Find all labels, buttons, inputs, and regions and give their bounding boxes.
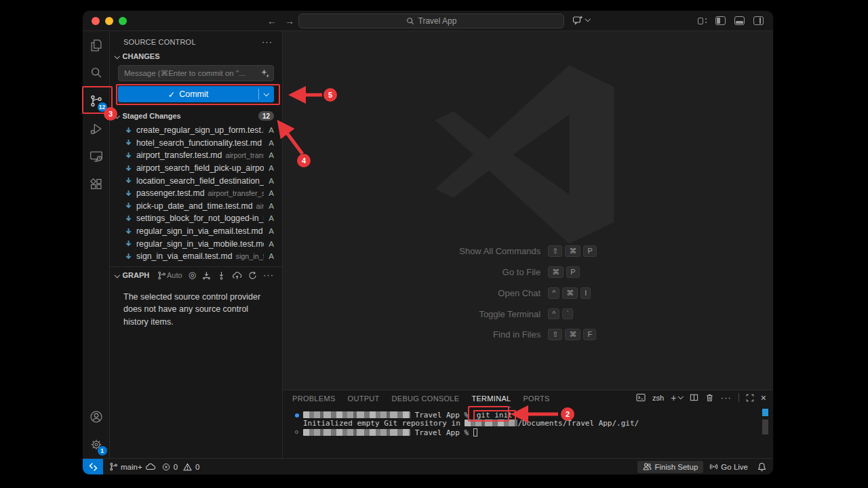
target-icon[interactable]: ◎ <box>189 272 196 279</box>
fetch-icon[interactable] <box>202 271 211 280</box>
file-text: location_search_field_destination_l... <box>136 176 264 186</box>
branch-status-item[interactable]: main+ <box>106 462 159 471</box>
panel-tab-problems[interactable]: PROBLEMS <box>292 390 336 407</box>
file-name: passenger.test.md <box>136 188 204 198</box>
notifications-bell-button[interactable] <box>754 462 768 472</box>
more-actions-icon[interactable]: ··· <box>721 395 732 401</box>
generate-commit-sparkle-icon[interactable] <box>260 68 270 78</box>
search-view-icon[interactable] <box>83 59 110 87</box>
commit-message-input[interactable] <box>118 65 274 81</box>
terminal-content[interactable]: Travel App % git init Initialized empty … <box>303 411 755 436</box>
shortcut-label: Find in Files <box>459 329 540 340</box>
annotation-badge-2: 2 <box>561 407 574 421</box>
finish-setup-button[interactable]: Finish Setup <box>637 461 703 473</box>
staged-changes-header[interactable]: Staged Changes 12 <box>110 108 282 123</box>
finish-setup-label: Finish Setup <box>654 463 698 471</box>
cloud-icon[interactable] <box>232 271 242 280</box>
more-actions-icon[interactable]: ··· <box>263 272 274 278</box>
file-name: regular_sign_in_via_email.test.md <box>136 226 263 236</box>
more-actions-icon[interactable]: ··· <box>262 39 273 45</box>
explorer-icon[interactable] <box>83 31 110 59</box>
remote-indicator-button[interactable] <box>83 459 103 474</box>
graph-section-header[interactable]: GRAPH Auto ◎ ··· <box>110 268 282 283</box>
desktop: ← → Travel App <box>0 0 868 488</box>
panel-tab-output[interactable]: OUTPUT <box>348 390 380 407</box>
staged-file-row[interactable]: sign_in_via_email.test.mdsign_in_fo...A <box>110 250 282 263</box>
refresh-icon[interactable] <box>248 271 257 280</box>
panel-tab-ports[interactable]: PORTS <box>523 390 549 407</box>
back-icon[interactable]: ← <box>267 16 277 26</box>
close-panel-icon[interactable]: × <box>761 394 766 402</box>
status-right: Finish Setup Go Live <box>637 461 773 473</box>
zoom-window-button[interactable] <box>119 17 127 25</box>
commit-dropdown-button[interactable] <box>258 89 274 100</box>
split-terminal-icon[interactable] <box>690 393 698 402</box>
settings-gear-icon[interactable]: 1 <box>83 430 110 458</box>
prompt-decoration <box>295 430 298 434</box>
watermark-shortcuts: Show All Commands⇧⌘PGo to File⌘POpen Cha… <box>283 245 773 340</box>
chevron-down-icon <box>115 54 120 59</box>
copilot-menu[interactable] <box>572 15 590 25</box>
staged-file-row[interactable]: settings_block_for_not_logged-in_u...A <box>110 212 282 225</box>
history-nav: ← → <box>267 11 294 31</box>
command-center-search[interactable]: Travel App <box>298 14 564 28</box>
toggle-secondary-sidebar-icon[interactable] <box>753 16 764 25</box>
remote-explorer-icon[interactable] <box>83 142 110 170</box>
kill-terminal-trash-icon[interactable] <box>705 393 714 402</box>
forward-icon[interactable]: → <box>285 16 294 26</box>
staged-file-row[interactable]: passenger.test.mdairport_transfer_s...A <box>110 187 282 200</box>
file-text: regular_sign_in_via_email.test.mdsi... <box>136 226 264 236</box>
accounts-icon <box>643 462 652 471</box>
panel-tab-terminal[interactable]: TERMINAL <box>471 390 511 407</box>
panel-tab-debug-console[interactable]: DEBUG CONSOLE <box>392 390 460 407</box>
problems-status-item[interactable]: 0 0 <box>159 463 203 471</box>
staged-file-row[interactable]: create_regular_sign_up_form.test.mdA <box>110 124 282 137</box>
auto-branch-control[interactable]: Auto <box>157 271 182 280</box>
file-text: regular_sign_in_via_mobile.test.md... <box>136 239 264 249</box>
go-live-button[interactable]: Go Live <box>706 462 751 471</box>
markdown-file-icon <box>125 165 132 172</box>
extensions-icon[interactable] <box>83 170 110 198</box>
commit-message-field-wrap <box>118 65 274 81</box>
staged-file-row[interactable]: airport_search_field_pick-up_airpor...A <box>110 162 282 175</box>
staged-file-row[interactable]: regular_sign_in_via_email.test.mdsi...A <box>110 225 282 238</box>
window-controls <box>92 17 127 25</box>
staged-file-row[interactable]: regular_sign_in_via_mobile.test.md...A <box>110 237 282 250</box>
terminal-scrollbar-thumb[interactable] <box>762 420 768 434</box>
staged-file-row[interactable]: pick-up_date_and_time.test.mdairp...A <box>110 200 282 213</box>
toggle-panel-icon[interactable] <box>734 16 745 25</box>
customize-layout-icon[interactable] <box>698 18 707 24</box>
key-chip: ⇧ <box>548 245 562 257</box>
commit-button[interactable]: ✓ Commit <box>118 86 274 102</box>
minimize-window-button[interactable] <box>105 17 113 25</box>
terminal-line-output: Initialized empty Git repository in /Doc… <box>303 420 755 428</box>
key-chip: ⌘ <box>562 287 578 299</box>
terminal-cursor <box>473 428 478 436</box>
staged-changes-label: Staged Changes <box>123 112 181 120</box>
accounts-icon[interactable] <box>83 403 110 430</box>
pull-icon[interactable] <box>217 271 226 280</box>
file-text: pick-up_date_and_time.test.mdairp... <box>136 201 264 211</box>
key-chip: ⌘ <box>565 329 580 340</box>
editor-and-panel: Show All Commands⇧⌘PGo to File⌘POpen Cha… <box>283 31 773 458</box>
file-name: airport_transfer.test.md <box>136 150 222 160</box>
file-name: hotel_search_functionality.test.md <box>136 138 262 148</box>
staged-file-row[interactable]: location_search_field_destination_l...A <box>110 174 282 187</box>
staged-file-row[interactable]: airport_transfer.test.mdairport_trans...… <box>110 149 282 162</box>
prompt-text: Travel App % <box>415 428 469 437</box>
changes-section-header[interactable]: CHANGES <box>110 49 282 63</box>
terminal-line-prompt: Travel App % <box>303 428 755 436</box>
shortcut-keys: ⇧⌘P <box>548 245 597 257</box>
maximize-panel-icon[interactable] <box>746 394 754 402</box>
layout-controls <box>698 16 764 25</box>
graph-empty-message: The selected source control provider doe… <box>110 283 282 329</box>
file-status-added: A <box>268 214 274 222</box>
toggle-primary-sidebar-icon[interactable] <box>715 16 726 25</box>
key-chip: ⌘ <box>565 245 580 257</box>
scrollbar-command-decoration <box>762 409 768 416</box>
markdown-file-icon <box>125 177 132 184</box>
staged-file-row[interactable]: hotel_search_functionality.test.mdA <box>110 137 282 150</box>
new-terminal-button[interactable]: + <box>671 394 683 402</box>
shortcut-label: Open Chat <box>459 288 540 298</box>
close-window-button[interactable] <box>92 17 100 25</box>
